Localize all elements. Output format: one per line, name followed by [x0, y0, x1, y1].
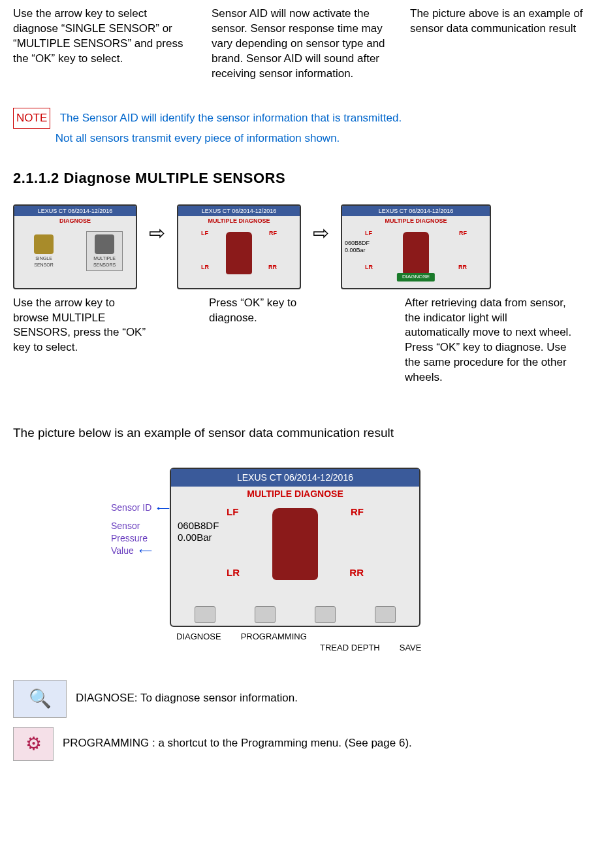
- programming-icon: [255, 606, 276, 623]
- sensor-id-value: 060B8DF: [345, 240, 370, 247]
- big-readout: 060B8DF 0.00Bar: [178, 520, 219, 543]
- label-lf: LF: [365, 229, 372, 237]
- label-rr: RR: [268, 263, 277, 271]
- single-sensor-tile: SINGLE SENSOR: [27, 234, 60, 268]
- arrow-right-icon: ⇨: [144, 220, 170, 247]
- screen1-subtitle: DIAGNOSE: [14, 216, 136, 225]
- caption-2: Press “OK” key to diagnose.: [209, 296, 346, 326]
- annotated-screenshot-block: Sensor ID ⟵ Sensor Pressure Value ⟵ LEXU…: [118, 468, 444, 654]
- screen1-body: SINGLE SENSOR MULTIPLE SENSORS: [14, 225, 136, 278]
- note-line-1: The Sensor AID will identify the sensor …: [60, 112, 402, 124]
- programming-icon: ⚙: [13, 727, 54, 761]
- top-col1: Use the arrow key to select diagnose “SI…: [13, 7, 192, 67]
- top-col3: The picture above is an example of senso…: [410, 7, 589, 37]
- legend-diagnose-row: 🔍 DIAGNOSE: To diagnose sensor informati…: [13, 680, 589, 718]
- arrow-left-icon: ⟵: [139, 545, 152, 557]
- big-car-layout: LF RF LR RR 060B8DF 0.00Bar: [171, 502, 419, 593]
- big-screen-under-labels: DIAGNOSE PROGRAMMING: [170, 631, 444, 643]
- sensor-pressure-value: 0.00Bar: [345, 247, 370, 254]
- device-screenshot-1: LEXUS CT 06/2014-12/2016 DIAGNOSE SINGLE…: [13, 204, 137, 289]
- label-rr: RR: [349, 566, 364, 579]
- big-screen-title: LEXUS CT 06/2014-12/2016: [171, 469, 419, 487]
- car-icon: [226, 232, 252, 274]
- under-label-save: SAVE: [400, 642, 422, 654]
- device-screenshot-3: LEXUS CT 06/2014-12/2016 MULTIPLE DIAGNO…: [341, 204, 491, 289]
- arrow-right-icon: ⇨: [308, 220, 334, 247]
- section-heading: 2.1.1.2 Diagnose MULTIPLE SENSORS: [13, 169, 589, 188]
- annotation-sensor-id: Sensor ID ⟵: [111, 502, 170, 515]
- under-label-programming: PROGRAMMING: [241, 631, 307, 643]
- screen3-car-layout: LF RF LR RR 060B8DF 0.00Bar DIAGNOSE: [342, 225, 490, 284]
- result-intro-text: The picture below is an example of senso…: [13, 425, 589, 442]
- big-screen-bottom-icons: [171, 606, 419, 623]
- screen1-title: LEXUS CT 06/2014-12/2016: [14, 206, 136, 216]
- caption-row: Use the arrow key to browse MULTIPLE SEN…: [13, 296, 589, 386]
- multiple-sensors-tile: MULTIPLE SENSORS: [86, 231, 123, 271]
- sensor-id-value: 060B8DF: [178, 520, 219, 532]
- diagnose-icon: 🔍: [13, 680, 67, 718]
- tread-depth-icon: [315, 606, 336, 623]
- caption-1: Use the arrow key to browse MULTIPLE SEN…: [13, 296, 150, 356]
- under-label-diagnose: DIAGNOSE: [176, 631, 221, 643]
- legend-diagnose-text: DIAGNOSE: To diagnose sensor information…: [76, 691, 298, 706]
- label-rf: RF: [459, 229, 467, 237]
- screenshot-row: LEXUS CT 06/2014-12/2016 DIAGNOSE SINGLE…: [13, 204, 589, 289]
- label-lr: LR: [201, 263, 209, 271]
- note-line-2: Not all sensors transmit every piece of …: [55, 132, 340, 144]
- label-rf: RF: [269, 229, 277, 237]
- sensor-pressure-value: 0.00Bar: [178, 532, 219, 543]
- save-icon: [375, 606, 396, 623]
- legend-programming-row: ⚙ PROGRAMMING : a shortcut to the Progra…: [13, 727, 589, 761]
- screen2-car-layout: LF RF LR RR: [178, 225, 300, 284]
- screen3-title: LEXUS CT 06/2014-12/2016: [342, 206, 490, 216]
- gear-icon: [34, 234, 54, 254]
- diagnose-button-label: DIAGNOSE: [397, 273, 435, 281]
- top-col2: Sensor AID will now activate the sensor.…: [212, 7, 390, 82]
- screen2-title: LEXUS CT 06/2014-12/2016: [178, 206, 300, 216]
- note-label: NOTE: [13, 108, 50, 129]
- device-screenshot-large: LEXUS CT 06/2014-12/2016 MULTIPLE DIAGNO…: [170, 468, 420, 627]
- big-screen-under-labels-2: TREAD DEPTH SAVE: [313, 642, 444, 654]
- caption-3: After retrieving data from sensor, the i…: [405, 296, 575, 386]
- car-icon: [272, 508, 318, 580]
- big-screen-subtitle: MULTIPLE DIAGNOSE: [171, 487, 419, 502]
- label-lf: LF: [227, 506, 238, 519]
- arrow-left-icon: ⟵: [157, 502, 170, 515]
- label-rr: RR: [458, 263, 467, 271]
- label-lf: LF: [201, 229, 208, 237]
- under-label-tread: TREAD DEPTH: [320, 642, 380, 654]
- device-screenshot-2: LEXUS CT 06/2014-12/2016 MULTIPLE DIAGNO…: [177, 204, 301, 289]
- screen3-subtitle: MULTIPLE DIAGNOSE: [342, 216, 490, 225]
- legend-programming-text: PROGRAMMING : a shortcut to the Programm…: [63, 736, 412, 751]
- note-block: NOTE The Sensor AID will identify the se…: [13, 108, 589, 149]
- label-lr: LR: [365, 263, 373, 271]
- screen2-subtitle: MULTIPLE DIAGNOSE: [178, 216, 300, 225]
- car-icon: [403, 232, 429, 274]
- multi-sensor-icon: [95, 234, 114, 254]
- annotation-sensor-pressure: Sensor Pressure Value ⟵: [111, 520, 157, 558]
- label-rf: RF: [351, 506, 364, 519]
- top-paragraph-row: Use the arrow key to select diagnose “SI…: [13, 7, 589, 82]
- label-lr: LR: [227, 566, 240, 579]
- screen3-readout: 060B8DF 0.00Bar: [345, 240, 370, 254]
- diagnose-icon: [195, 606, 215, 623]
